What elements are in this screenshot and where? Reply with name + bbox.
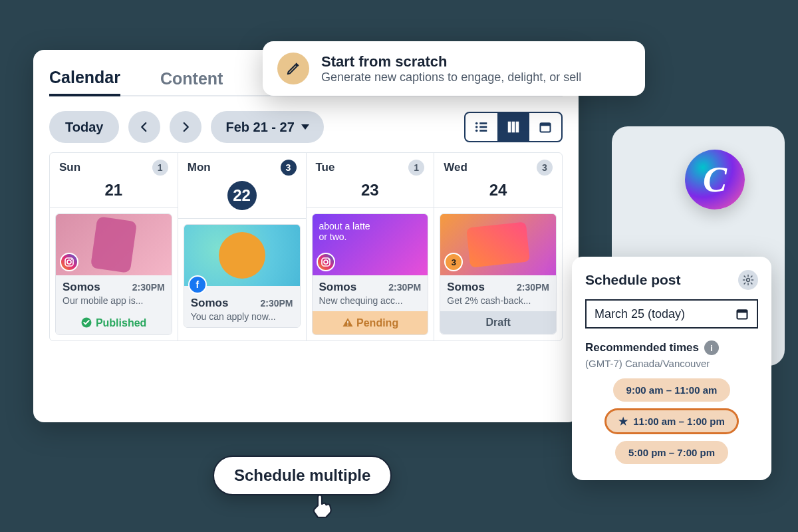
info-icon[interactable]: i [704, 340, 719, 355]
list-icon [474, 120, 489, 134]
week-grid: Sun 1 21 Somos2:30PM Our mobile app is..… [49, 152, 563, 341]
svg-point-2 [475, 126, 478, 128]
post-account: Somos [191, 297, 229, 310]
day-name: Sun [59, 161, 80, 174]
recommended-times-header: Recommended times i [585, 340, 758, 355]
chevron-right-icon [180, 121, 192, 133]
image-placeholder [466, 221, 530, 267]
day-column-wed: Wed 3 24 3 Somos2:30PM Get 2% cash-back.… [434, 153, 562, 340]
instagram-icon [317, 253, 335, 271]
canva-logo: C [685, 150, 745, 209]
rec-times-label: Recommended times [585, 341, 699, 354]
post-thumbnail: f [184, 225, 300, 286]
post-thumbnail: about a latte or two. [313, 214, 428, 275]
calendar-toolbar: Today Feb 21 - 27 [49, 111, 563, 143]
svg-rect-10 [541, 123, 551, 126]
calendar-icon [735, 307, 749, 321]
time-slot-featured[interactable]: ★ 11:00 am – 1:00 pm [604, 408, 739, 434]
status-label: Pending [356, 317, 398, 329]
post-time: 2:30PM [132, 282, 165, 293]
post-count-badge: 3 [537, 160, 553, 176]
view-month-button[interactable] [529, 113, 561, 141]
post-account: Somos [319, 281, 357, 294]
svg-rect-18 [347, 321, 348, 324]
post-excerpt: New chequing acc... [319, 295, 422, 306]
day-header: Tue 1 23 [307, 153, 434, 208]
post-status: Draft [440, 311, 556, 334]
view-week-button[interactable] [497, 113, 529, 141]
post-time: 2:30PM [517, 282, 549, 293]
image-placeholder [90, 216, 137, 273]
svg-point-0 [475, 122, 478, 125]
post-card[interactable]: f Somos2:30PM You can apply now... [184, 224, 301, 328]
post-card[interactable]: 3 Somos2:30PM Get 2% cash-back... Draft [440, 213, 557, 334]
schedule-title: Schedule post [585, 272, 681, 288]
post-card[interactable]: about a latte or two. Somos2:30PM New ch… [312, 213, 429, 335]
tab-content[interactable]: Content [160, 69, 223, 95]
start-from-scratch-callout[interactable]: Start from scratch Generate new captions… [263, 41, 645, 96]
timezone-label: (GMT-7) Canada/Vancouver [585, 358, 758, 369]
date-range-button[interactable]: Feb 21 - 27 [211, 111, 323, 143]
date-picker[interactable]: March 25 (today) [585, 299, 758, 329]
schedule-post-panel: Schedule post March 25 (today) Recommend… [572, 257, 771, 480]
svg-point-4 [475, 130, 478, 132]
status-label: Published [96, 317, 146, 329]
post-time: 2:30PM [260, 298, 293, 309]
post-count-badge: 1 [408, 160, 424, 176]
day-header: Mon 3 22 [178, 153, 306, 219]
callout-subtitle: Generate new captions to engage, delight… [321, 70, 581, 84]
settings-button[interactable] [738, 270, 758, 290]
gear-icon [742, 274, 754, 286]
svg-point-17 [327, 259, 329, 261]
cursor-hand-icon [306, 491, 338, 523]
day-name: Mon [188, 161, 211, 174]
day-number: 21 [105, 181, 123, 200]
next-button[interactable] [170, 111, 201, 143]
instagram-icon [60, 253, 78, 271]
post-time: 2:30PM [388, 282, 421, 293]
facebook-icon: f [188, 275, 207, 294]
day-name: Tue [316, 161, 335, 174]
post-thumbnail: 3 [440, 214, 556, 275]
day-header: Sun 1 21 [50, 153, 178, 208]
slot-label: 11:00 am – 1:00 pm [633, 416, 725, 427]
post-account: Somos [447, 281, 485, 294]
stack-count-badge: 3 [444, 253, 463, 271]
time-slot[interactable]: 9:00 am – 11:00 am [613, 378, 731, 402]
view-list-button[interactable] [466, 113, 497, 141]
post-status: Pending [313, 311, 428, 334]
warning-icon [342, 317, 354, 329]
day-number: 24 [489, 181, 507, 200]
post-status: Published [56, 311, 172, 334]
date-range-label: Feb 21 - 27 [225, 120, 294, 135]
post-body: Somos2:30PM Our mobile app is... [56, 275, 172, 311]
view-switcher [464, 112, 563, 142]
columns-icon [506, 120, 521, 134]
tab-calendar[interactable]: Calendar [49, 68, 120, 96]
calendar-icon [539, 120, 552, 134]
post-count-badge: 1 [152, 160, 168, 176]
post-body: Somos2:30PM Get 2% cash-back... [440, 275, 556, 311]
today-button[interactable]: Today [49, 111, 119, 143]
callout-title: Start from scratch [321, 53, 581, 70]
svg-point-13 [71, 259, 72, 261]
day-column-tue: Tue 1 23 about a latte or two. Somos2:30… [307, 153, 435, 340]
post-thumbnail [56, 214, 172, 275]
time-slot[interactable]: 5:00 pm – 7:00 pm [615, 441, 728, 464]
svg-point-16 [324, 260, 328, 264]
time-slots: 9:00 am – 11:00 am ★ 11:00 am – 1:00 pm … [585, 378, 758, 464]
svg-point-20 [747, 279, 750, 282]
svg-point-12 [67, 260, 71, 264]
prev-button[interactable] [128, 111, 160, 143]
post-excerpt: Our mobile app is... [63, 295, 165, 306]
pencil-icon [277, 53, 309, 84]
post-excerpt: You can apply now... [191, 311, 293, 322]
svg-rect-1 [479, 122, 487, 124]
image-placeholder [219, 232, 265, 279]
post-count-badge: 3 [281, 160, 297, 176]
schedule-multiple-button[interactable]: Schedule multiple [213, 456, 392, 495]
day-column-sun: Sun 1 21 Somos2:30PM Our mobile app is..… [50, 153, 178, 340]
status-label: Draft [485, 317, 510, 328]
post-card[interactable]: Somos2:30PM Our mobile app is... Publish… [55, 213, 172, 335]
day-number: 23 [361, 181, 379, 200]
